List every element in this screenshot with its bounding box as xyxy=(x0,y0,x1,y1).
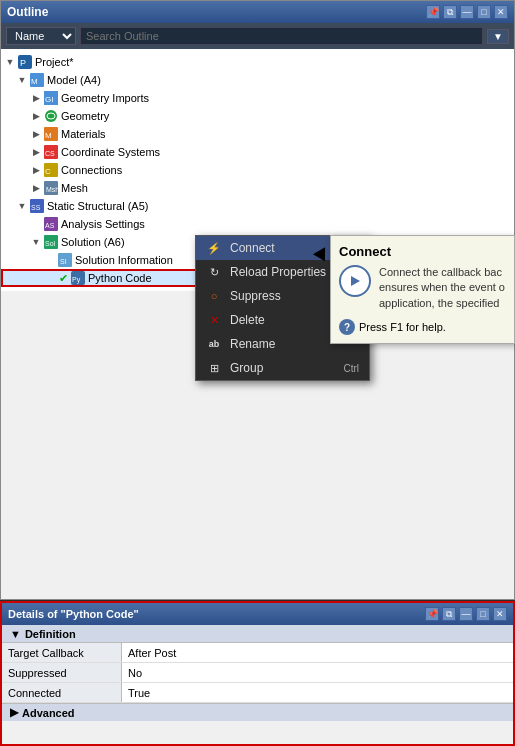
tree-item-geometry[interactable]: ▶ Geometry xyxy=(1,107,514,125)
details-title: Details of "Python Code" xyxy=(8,608,139,620)
tree-item-geom-imports[interactable]: ▶ GI Geometry Imports xyxy=(1,89,514,107)
expand-geom-imports[interactable]: ▶ xyxy=(29,91,43,105)
tree-item-mesh[interactable]: ▶ Msh Mesh xyxy=(1,179,514,197)
suppressed-label: Suppressed xyxy=(8,667,67,679)
prop-value-connected[interactable]: True xyxy=(122,683,513,702)
maximize-btn[interactable]: □ xyxy=(477,5,491,19)
details-controls: 📌 ⧉ — □ ✕ xyxy=(425,607,507,621)
ctx-reload-label: Reload Properties xyxy=(230,265,326,279)
expand-project[interactable]: ▼ xyxy=(3,55,17,69)
tree-item-model[interactable]: ▼ M Model (A4) xyxy=(1,71,514,89)
suppressed-value: No xyxy=(128,667,142,679)
label-model: Model (A4) xyxy=(47,74,101,86)
titlebar-controls: 📌 ⧉ — □ ✕ xyxy=(426,5,508,19)
rename-icon: ab xyxy=(206,336,222,352)
help-icon: ? xyxy=(339,319,355,335)
search-bar: Name ▼ xyxy=(1,23,514,49)
tree-item-materials[interactable]: ▶ M Materials xyxy=(1,125,514,143)
expand-coord[interactable]: ▶ xyxy=(29,145,43,159)
details-body: ▼ Definition Target Callback After Post … xyxy=(2,625,513,721)
icon-static: SS xyxy=(29,198,45,214)
search-dropdown-btn[interactable]: ▼ xyxy=(487,29,509,44)
svg-text:M: M xyxy=(31,77,38,86)
section-collapse-icon[interactable]: ▼ xyxy=(10,628,21,640)
ctx-group[interactable]: ⊞ Group Ctrl xyxy=(196,356,369,380)
minimize-btn[interactable]: — xyxy=(460,5,474,19)
details-max-btn[interactable]: □ xyxy=(476,607,490,621)
prop-label-connected: Connected xyxy=(2,683,122,702)
info-title: Connect xyxy=(339,244,506,259)
icon-materials: M xyxy=(43,126,59,142)
section-advanced-expand[interactable]: ▶ xyxy=(10,706,18,719)
icon-solution: Sol xyxy=(43,234,59,250)
prop-value-suppressed[interactable]: No xyxy=(122,663,513,682)
ctx-group-shortcut: Ctrl xyxy=(343,363,359,374)
expand-solution-info xyxy=(43,253,57,267)
expand-connections[interactable]: ▶ xyxy=(29,163,43,177)
expand-solution[interactable]: ▼ xyxy=(29,235,43,249)
details-titlebar: Details of "Python Code" 📌 ⧉ — □ ✕ xyxy=(2,603,513,625)
help-text: Press F1 for help. xyxy=(359,321,446,333)
label-solution-info: Solution Information xyxy=(75,254,173,266)
label-mesh: Mesh xyxy=(61,182,88,194)
tree-item-connections[interactable]: ▶ C Connections xyxy=(1,161,514,179)
svg-text:Py: Py xyxy=(72,276,81,284)
details-close-btn[interactable]: ✕ xyxy=(493,607,507,621)
prop-row-target-callback: Target Callback After Post xyxy=(2,643,513,663)
svg-text:C: C xyxy=(45,167,51,176)
details-min-btn[interactable]: — xyxy=(459,607,473,621)
prop-label-suppressed: Suppressed xyxy=(2,663,122,682)
ctx-rename-label: Rename xyxy=(230,337,275,351)
check-icon: ✔ xyxy=(59,272,68,285)
info-help: ? Press F1 for help. xyxy=(339,319,506,335)
ctx-delete-label: Delete xyxy=(230,313,265,327)
tree-item-analysis[interactable]: AS Analysis Settings xyxy=(1,215,514,233)
expand-mesh[interactable]: ▶ xyxy=(29,181,43,195)
connected-value: True xyxy=(128,687,150,699)
connect-icon: ⚡ xyxy=(206,240,222,256)
icon-python: Py xyxy=(70,270,86,286)
reload-icon: ↻ xyxy=(206,264,222,280)
details-float-btn[interactable]: ⧉ xyxy=(442,607,456,621)
label-geometry: Geometry xyxy=(61,110,109,122)
tree-item-static[interactable]: ▼ SS Static Structural (A5) xyxy=(1,197,514,215)
float-btn[interactable]: ⧉ xyxy=(443,5,457,19)
section-advanced-label: Advanced xyxy=(22,707,75,719)
svg-marker-26 xyxy=(351,276,360,286)
section-advanced: ▶ Advanced xyxy=(2,703,513,721)
ctx-group-label: Group xyxy=(230,361,263,375)
pin-btn[interactable]: 📌 xyxy=(426,5,440,19)
tree-item-project[interactable]: ▼ P Project* xyxy=(1,53,514,71)
ctx-suppress-label: Suppress xyxy=(230,289,281,303)
outline-title: Outline xyxy=(7,5,48,19)
tree-item-coord[interactable]: ▶ CS Coordinate Systems xyxy=(1,143,514,161)
details-pin-btn[interactable]: 📌 xyxy=(425,607,439,621)
prop-row-suppressed: Suppressed No xyxy=(2,663,513,683)
svg-text:Msh: Msh xyxy=(46,186,58,193)
search-input[interactable] xyxy=(80,27,483,45)
details-panel: Details of "Python Code" 📌 ⧉ — □ ✕ ▼ Def… xyxy=(0,601,515,746)
svg-text:SI: SI xyxy=(60,258,67,265)
expand-geometry[interactable]: ▶ xyxy=(29,109,43,123)
icon-connections: C xyxy=(43,162,59,178)
icon-mesh: Msh xyxy=(43,180,59,196)
prop-label-target-callback: Target Callback xyxy=(2,643,122,662)
label-coord: Coordinate Systems xyxy=(61,146,160,158)
info-panel: Connect Connect the callback bac ensures… xyxy=(330,235,515,344)
info-body: Connect the callback bac ensures when th… xyxy=(339,265,506,311)
svg-text:AS: AS xyxy=(45,222,55,229)
svg-text:M: M xyxy=(45,131,52,140)
label-solution: Solution (A6) xyxy=(61,236,125,248)
svg-text:CS: CS xyxy=(45,150,55,157)
icon-model: M xyxy=(29,72,45,88)
prop-row-connected: Connected True xyxy=(2,683,513,703)
close-btn[interactable]: ✕ xyxy=(494,5,508,19)
expand-materials[interactable]: ▶ xyxy=(29,127,43,141)
expand-static[interactable]: ▼ xyxy=(15,199,29,213)
play-button[interactable] xyxy=(339,265,371,297)
svg-text:P: P xyxy=(20,58,26,68)
prop-value-target-callback[interactable]: After Post xyxy=(122,643,513,662)
icon-geom-imports: GI xyxy=(43,90,59,106)
expand-model[interactable]: ▼ xyxy=(15,73,29,87)
name-dropdown[interactable]: Name xyxy=(6,27,76,45)
